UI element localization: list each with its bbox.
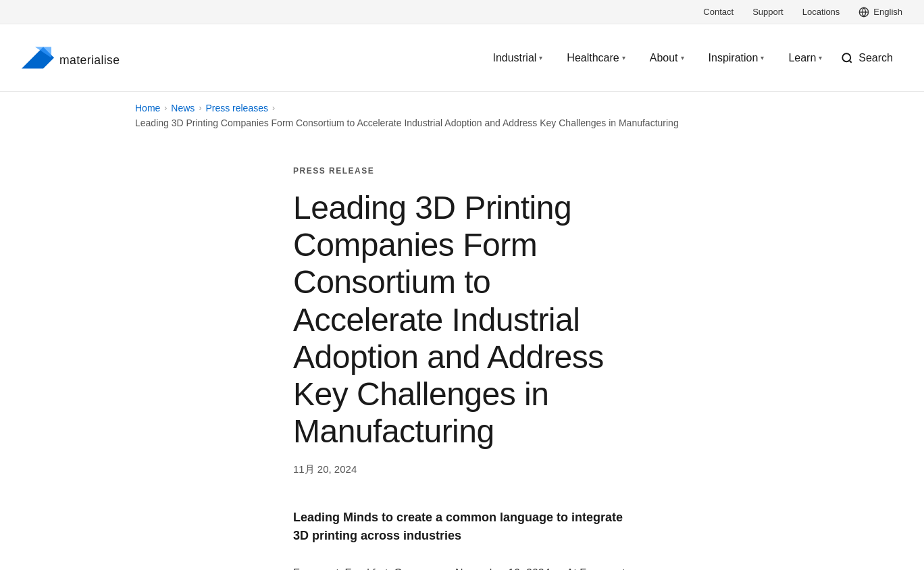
breadcrumb-sep-2: › (199, 103, 201, 113)
support-link[interactable]: Support (752, 7, 784, 17)
nav-label-industrial: Industrial (492, 52, 536, 64)
breadcrumb-home[interactable]: Home (135, 103, 160, 113)
svg-text:materialise: materialise (59, 53, 120, 67)
nav-label-healthcare: Healthcare (567, 52, 619, 64)
globe-icon (858, 7, 869, 18)
nav-label-inspiration: Inspiration (709, 52, 759, 64)
article-category: PRESS RELEASE (293, 166, 631, 176)
logo[interactable]: materialise (22, 39, 130, 76)
breadcrumb-press-releases[interactable]: Press releases (205, 103, 268, 113)
search-icon (841, 52, 853, 64)
article-subtitle: Leading Minds to create a common languag… (293, 509, 631, 545)
locations-link[interactable]: Locations (802, 7, 840, 17)
svg-point-5 (843, 53, 851, 61)
contact-link[interactable]: Contact (703, 7, 734, 17)
article-title: Leading 3D Printing Companies Form Conso… (293, 189, 631, 450)
search-button[interactable]: Search (831, 47, 902, 70)
nav-label-learn: Learn (788, 52, 816, 64)
top-bar: Contact Support Locations English (0, 0, 924, 24)
chevron-down-icon: ▾ (622, 54, 625, 61)
breadcrumb-news[interactable]: News (171, 103, 195, 113)
breadcrumb: Home › News › Press releases › Leading 3… (0, 92, 924, 139)
nav-item-healthcare[interactable]: Healthcare ▾ (557, 47, 634, 70)
search-label: Search (858, 52, 893, 64)
chevron-down-icon: ▾ (681, 54, 684, 61)
nav-links: Industrial ▾ Healthcare ▾ About ▾ Inspir… (483, 47, 831, 70)
chevron-down-icon: ▾ (539, 54, 542, 61)
svg-line-6 (850, 60, 852, 62)
nav-item-inspiration[interactable]: Inspiration ▾ (699, 47, 774, 70)
chevron-down-icon: ▾ (761, 54, 764, 61)
breadcrumb-sep-3: › (272, 103, 275, 113)
article-content: PRESS RELEASE Leading 3D Printing Compan… (158, 139, 766, 570)
breadcrumb-sep-1: › (164, 103, 167, 113)
article-date: 11月 20, 2024 (293, 463, 631, 476)
article-body: Formnext, Frankfurt, Germany — November … (293, 564, 631, 570)
main-nav: materialise Industrial ▾ Healthcare ▾ Ab… (0, 24, 924, 92)
language-label: English (873, 7, 902, 17)
nav-label-about: About (650, 52, 678, 64)
language-selector[interactable]: English (858, 7, 902, 18)
breadcrumb-current: Leading 3D Printing Companies Form Conso… (135, 118, 679, 128)
nav-item-industrial[interactable]: Industrial ▾ (483, 47, 552, 70)
nav-item-learn[interactable]: Learn ▾ (779, 47, 831, 70)
nav-item-about[interactable]: About ▾ (640, 47, 694, 70)
chevron-down-icon: ▾ (819, 54, 822, 61)
